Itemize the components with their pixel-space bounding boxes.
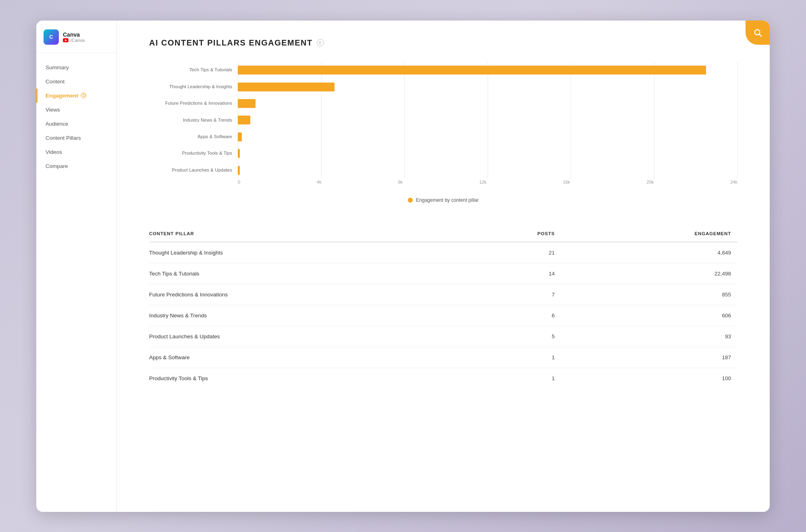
cell-pillar: Thought Leadership & Insights [149,242,453,263]
logo-icon: C [44,29,59,45]
bar-row [238,99,737,108]
cell-posts: 6 [453,305,561,326]
cell-pillar: Future Predictions & Innovations [149,284,453,305]
bar [238,149,240,158]
table-row: Product Launches & Updates593 [149,326,737,347]
sidebar-item-engagement[interactable]: Engagement ⓘ [36,89,116,103]
sidebar-item-content-pillars[interactable]: Content Pillars [36,131,116,145]
cell-posts: 7 [453,284,561,305]
table-header-row: CONTENT PILLAR POSTS ENGAGEMENT [149,227,737,242]
x-label: 16k [563,180,570,191]
cell-engagement: 100 [561,368,737,389]
table-row: Thought Leadership & Insights214,649 [149,242,737,263]
table-body: Thought Leadership & Insights214,649Tech… [149,242,737,389]
table-row: Industry News & Trends6606 [149,305,737,326]
cell-engagement: 187 [561,347,737,368]
cell-pillar: Industry News & Trends [149,305,453,326]
col-header-engagement: ENGAGEMENT [561,227,737,242]
cell-posts: 1 [453,347,561,368]
brand-sub: /Canva [71,38,85,43]
x-label: 8k [398,180,403,191]
sidebar-nav: Summary Content Engagement ⓘ Views Audie… [36,53,116,180]
sidebar-item-views[interactable]: Views [36,103,116,117]
table-section: CONTENT PILLAR POSTS ENGAGEMENT Thought … [149,227,737,389]
table-row: Tech Tips & Tutorials1422,498 [149,263,737,284]
bar-row [238,65,737,75]
table-row: Apps & Software1187 [149,347,737,368]
search-button[interactable] [746,21,770,45]
table-head: CONTENT PILLAR POSTS ENGAGEMENT [149,227,737,242]
legend-dot [408,198,413,203]
bar-row [238,132,737,142]
y-axis-labels: Tech Tips & TutorialsThought Leadership … [149,62,238,179]
bar-row [238,166,737,175]
x-axis-labels: 04k8k12k16k20k24k [238,180,737,191]
cell-posts: 21 [453,242,561,263]
y-label: Apps & Software [149,134,238,140]
sidebar-item-summary[interactable]: Summary [36,60,116,75]
bar-row [238,115,737,125]
page-title: AI CONTENT PILLARS ENGAGEMENT i [149,38,737,48]
cell-posts: 1 [453,368,561,389]
cell-pillar: Productivity Tools & Tips [149,368,453,389]
table-row: Productivity Tools & Tips1100 [149,368,737,389]
cell-engagement: 22,498 [561,263,737,284]
sidebar-item-compare[interactable]: Compare [36,159,116,173]
sidebar-header: C Canva /Canva [36,21,116,53]
brand-name: Canva [63,31,85,38]
cell-engagement: 606 [561,305,737,326]
cell-posts: 14 [453,263,561,284]
title-info-icon[interactable]: i [317,39,324,46]
bar [238,116,250,124]
main-content: AI CONTENT PILLARS ENGAGEMENT i Tech Tip… [117,21,770,512]
col-header-posts: POSTS [453,227,561,242]
y-label: Tech Tips & Tutorials [149,67,238,73]
bar [238,132,242,141]
brand-info: Canva /Canva [63,31,85,43]
y-label: Industry News & Trends [149,118,238,123]
content-inner: AI CONTENT PILLARS ENGAGEMENT i Tech Tip… [117,21,770,413]
bar [238,66,706,75]
chart-legend: Engagement by content pillar [149,197,737,203]
cell-pillar: Product Launches & Updates [149,326,453,347]
table-row: Future Predictions & Innovations7855 [149,284,737,305]
svg-marker-0 [65,39,67,41]
cell-pillar: Apps & Software [149,347,453,368]
app-container: C Canva /Canva Summary Content [36,21,770,512]
cell-pillar: Tech Tips & Tutorials [149,263,453,284]
bars-container [238,62,737,179]
y-label: Future Predictions & Innovations [149,101,238,106]
youtube-icon [63,38,69,42]
x-label: 12k [479,180,486,191]
chart-area: Tech Tips & TutorialsThought Leadership … [149,62,737,191]
cell-posts: 5 [453,326,561,347]
bar [238,83,334,91]
bar [238,99,256,108]
col-header-pillar: CONTENT PILLAR [149,227,453,242]
y-label: Product Launches & Updates [149,168,238,173]
y-label: Productivity Tools & Tips [149,151,238,156]
x-label: 20k [647,180,654,191]
x-label: 24k [730,180,737,191]
engagement-badge: ⓘ [81,93,86,98]
cell-engagement: 855 [561,284,737,305]
sidebar: C Canva /Canva Summary Content [36,21,117,512]
cell-engagement: 93 [561,326,737,347]
x-label: 0 [238,180,240,191]
bars-wrapper [238,62,737,179]
cell-engagement: 4,649 [561,242,737,263]
legend-label: Engagement by content pillar [416,197,478,203]
chart-container: Tech Tips & TutorialsThought Leadership … [149,62,737,203]
sidebar-item-content[interactable]: Content [36,75,116,89]
sidebar-item-videos[interactable]: Videos [36,145,116,159]
x-label: 4k [317,180,322,191]
bar-row [238,149,737,158]
bar-row [238,82,737,92]
y-label: Thought Leadership & Insights [149,84,238,90]
svg-line-2 [759,34,761,36]
sidebar-item-audience[interactable]: Audience [36,117,116,131]
data-table: CONTENT PILLAR POSTS ENGAGEMENT Thought … [149,227,737,389]
bar [238,166,240,175]
